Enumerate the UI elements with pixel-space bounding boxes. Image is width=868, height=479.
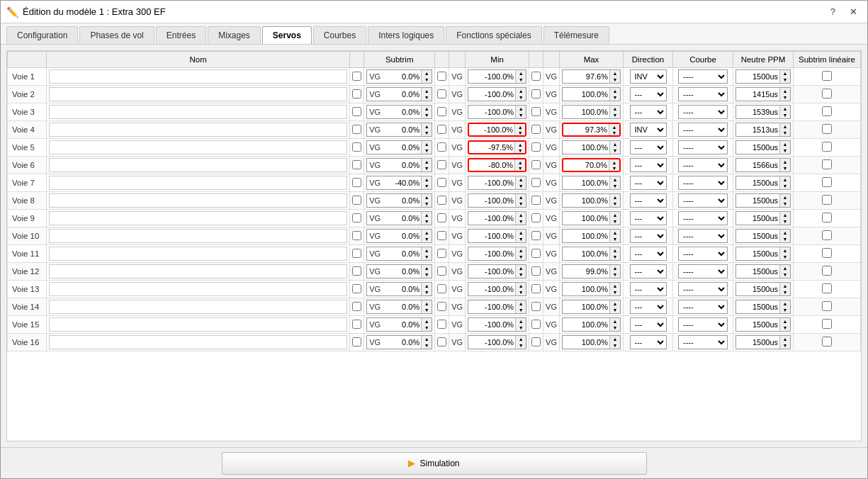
neutre-down[interactable]: ▼ [780,307,790,313]
tab-télémesure[interactable]: Télémesure [543,26,609,44]
max-up[interactable]: ▲ [609,124,619,130]
max-down[interactable]: ▼ [610,94,620,101]
subtrim-checkbox[interactable] [352,107,361,116]
min-checkbox[interactable] [437,160,446,169]
max-up[interactable]: ▲ [610,70,620,77]
max-down[interactable]: ▼ [610,254,620,260]
name-input[interactable] [49,247,347,261]
close-button[interactable]: ✕ [845,5,862,18]
min-down[interactable]: ▼ [516,254,526,260]
subtrim-lin-checkbox[interactable] [822,337,832,346]
direction-select[interactable]: ---INV [630,335,667,349]
max-up[interactable]: ▲ [610,247,620,254]
direction-select[interactable]: ---INV [630,264,667,278]
subtrim-lin-checkbox[interactable] [822,89,832,98]
subtrim-lin-checkbox[interactable] [822,106,832,116]
subtrim-lin-checkbox[interactable] [822,71,832,81]
min-up[interactable]: ▲ [516,247,526,254]
neutre-up[interactable]: ▲ [780,70,790,77]
subtrim-checkbox[interactable] [352,213,361,222]
neutre-down[interactable]: ▼ [780,112,790,118]
neutre-down[interactable]: ▼ [780,271,790,278]
subtrim-lin-checkbox[interactable] [822,230,832,240]
max-checkbox[interactable] [531,249,541,258]
name-input[interactable] [49,87,347,101]
courbe-select[interactable]: ---- [678,317,728,332]
direction-select[interactable]: ---INV [630,158,667,172]
tab-phases-de-vol[interactable]: Phases de vol [79,26,154,44]
max-up[interactable]: ▲ [610,141,620,147]
neutre-down[interactable]: ▼ [780,77,790,83]
max-up[interactable]: ▲ [610,106,620,112]
courbe-select[interactable]: ---- [678,300,728,314]
min-up[interactable]: ▲ [516,106,526,112]
min-down[interactable]: ▼ [515,147,525,153]
max-checkbox[interactable] [531,142,541,152]
max-checkbox[interactable] [531,196,541,205]
tab-entrées[interactable]: Entrées [156,26,206,44]
courbe-select[interactable]: ---- [678,176,728,190]
tab-inters-logiques[interactable]: Inters logiques [368,26,444,44]
direction-select[interactable]: ---INV [630,211,667,225]
neutre-up[interactable]: ▲ [780,106,790,112]
min-checkbox[interactable] [437,266,446,276]
min-up[interactable]: ▲ [516,283,526,289]
direction-select[interactable]: ---INV [630,123,667,137]
neutre-up[interactable]: ▲ [780,176,790,183]
subtrim-down[interactable]: ▼ [422,201,432,207]
courbe-select[interactable]: ---- [678,282,728,296]
name-input[interactable] [49,140,347,154]
subtrim-checkbox[interactable] [352,125,361,134]
max-checkbox[interactable] [531,125,541,134]
subtrim-checkbox[interactable] [352,160,361,169]
subtrim-down[interactable]: ▼ [422,236,432,242]
min-up[interactable]: ▲ [516,176,526,183]
subtrim-up[interactable]: ▲ [422,283,432,289]
max-checkbox[interactable] [531,337,541,346]
neutre-up[interactable]: ▲ [780,336,790,342]
max-checkbox[interactable] [531,160,541,169]
min-down[interactable]: ▼ [515,130,525,135]
neutre-up[interactable]: ▲ [780,141,790,147]
min-down[interactable]: ▼ [516,94,526,101]
name-input[interactable] [49,264,347,278]
subtrim-down[interactable]: ▼ [422,77,432,83]
name-input[interactable] [49,335,347,349]
neutre-down[interactable]: ▼ [780,94,790,101]
min-up[interactable]: ▲ [516,194,526,201]
courbe-select[interactable]: ---- [678,335,728,349]
direction-select[interactable]: ---INV [630,317,667,332]
subtrim-up[interactable]: ▲ [422,70,432,77]
name-input[interactable] [49,229,347,243]
max-down[interactable]: ▼ [610,218,620,225]
neutre-up[interactable]: ▲ [780,247,790,254]
courbe-select[interactable]: ---- [678,69,728,84]
max-down[interactable]: ▼ [610,147,620,154]
courbe-select[interactable]: ---- [678,211,728,225]
neutre-down[interactable]: ▼ [780,183,790,189]
subtrim-up[interactable]: ▲ [422,159,432,165]
neutre-down[interactable]: ▼ [780,236,790,242]
subtrim-up[interactable]: ▲ [422,265,432,271]
max-up[interactable]: ▲ [610,300,620,307]
subtrim-lin-checkbox[interactable] [822,319,832,329]
min-checkbox[interactable] [437,249,446,258]
max-down[interactable]: ▼ [610,271,620,278]
subtrim-down[interactable]: ▼ [422,147,432,154]
subtrim-down[interactable]: ▼ [422,218,432,225]
min-down[interactable]: ▼ [516,342,526,349]
direction-select[interactable]: ---INV [630,176,667,190]
subtrim-lin-checkbox[interactable] [822,177,832,187]
min-checkbox[interactable] [437,107,446,116]
subtrim-up[interactable]: ▲ [422,141,432,147]
min-up[interactable]: ▲ [516,265,526,271]
min-down[interactable]: ▼ [516,289,526,295]
min-down[interactable]: ▼ [516,307,526,313]
direction-select[interactable]: ---INV [630,229,667,243]
tab-servos[interactable]: Servos [262,26,312,44]
neutre-down[interactable]: ▼ [780,147,790,154]
subtrim-lin-checkbox[interactable] [822,301,832,311]
max-down[interactable]: ▼ [609,130,619,135]
max-up[interactable]: ▲ [610,283,620,289]
subtrim-down[interactable]: ▼ [422,254,432,260]
